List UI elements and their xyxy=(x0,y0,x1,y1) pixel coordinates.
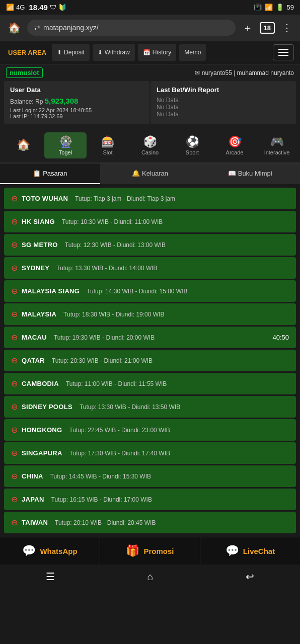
bet-row-left: ⊖ HONGKONG Tutup: 22:45 WIB - Diundi: 23… xyxy=(11,425,170,435)
bet-time: Tutup: 16:15 WIB - Diundi: 17:00 WIB xyxy=(51,496,152,503)
browser-home-button[interactable]: 🏠 xyxy=(5,19,23,37)
cat-label-slot: Slot xyxy=(103,149,113,155)
bet-name: MACAU xyxy=(22,334,47,341)
bet-row-left: ⊖ TAIWAN Tutup: 20:10 WIB - Diundi: 20:4… xyxy=(11,518,156,527)
table-row[interactable]: ⊖ HK SIANG Tutup: 10:30 WIB - Diundi: 11… xyxy=(4,211,296,232)
user-data-card: User Data Balance: Rp 5,923,308 Last Log… xyxy=(4,81,149,124)
sub-tab-pasaran[interactable]: 📋 Pasaran xyxy=(0,164,100,184)
table-row[interactable]: ⊖ SINGAPURA Tutup: 17:30 WIB - Diundi: 1… xyxy=(4,442,296,464)
bet-timer: 40:50 xyxy=(272,334,289,341)
android-home-button[interactable]: ⌂ xyxy=(147,571,153,583)
last-ip: Last IP: 114.79.32.69 xyxy=(10,113,143,119)
table-row[interactable]: ⊖ SIDNEY POOLS Tutup: 13:30 WIB - Diundi… xyxy=(4,396,296,418)
cat-item-home[interactable]: 🏠 xyxy=(2,135,44,155)
cat-item-arcade[interactable]: 🎯 Arcade xyxy=(213,132,256,158)
cat-item-sport[interactable]: ⚽ Sport xyxy=(171,132,213,158)
bet-status-icon: ⊖ xyxy=(11,286,18,296)
table-row[interactable]: ⊖ CAMBODIA Tutup: 11:00 WIB - Diundi: 11… xyxy=(4,373,296,394)
whatsapp-label: WhatsApp xyxy=(40,547,77,555)
url-bar[interactable]: ⇄ matapanjang.xyz/ xyxy=(27,20,236,36)
bet-time: Tutup: 10:30 WIB - Diundi: 11:00 WIB xyxy=(62,218,163,225)
bet-row-left: ⊖ MALAYSIA Tutup: 18:30 WIB - Diundi: 19… xyxy=(11,309,164,319)
whatsapp-button[interactable]: 💬 WhatsApp xyxy=(0,537,100,565)
bet-status-icon: ⊖ xyxy=(11,425,18,435)
android-navigation-bar: ☰ ⌂ ↩ xyxy=(0,565,300,591)
bet-name: SG METRO xyxy=(22,241,58,249)
sub-tab-icon-bukumimpi: 📖 xyxy=(228,170,236,177)
table-row[interactable]: ⊖ JAPAN Tutup: 16:15 WIB - Diundi: 17:00… xyxy=(4,489,296,510)
add-tab-button[interactable]: ＋ xyxy=(240,20,256,36)
site-logo: numuslot xyxy=(6,67,43,78)
android-back-button[interactable]: ↩ xyxy=(246,571,254,583)
bet-time: Tutup: 13.30 WIB - Diundi: 14:00 WIB xyxy=(56,265,157,272)
tab-count-badge[interactable]: 18 xyxy=(260,22,275,34)
bet-name: MALAYSIA xyxy=(22,310,56,318)
bet-name: CHINA xyxy=(22,472,43,480)
bet-status-icon: ⊖ xyxy=(11,240,18,250)
bet-status-icon: ⊖ xyxy=(11,495,18,504)
bet-time: Tutup: 13:30 WIB - Diundi: 13:50 WIB xyxy=(80,404,180,411)
bet-time: Tutup: Tiap 3 jam - Diundi: Tiap 3 jam xyxy=(75,195,175,202)
table-row[interactable]: ⊖ MALAYSIA Tutup: 18:30 WIB - Diundi: 19… xyxy=(4,303,296,325)
status-left: 📶 4G 18.49 🛡 🔰 xyxy=(6,3,66,12)
cat-item-slot[interactable]: 🎰 Slot xyxy=(87,132,129,158)
bet-row-left: ⊖ TOTO WUHAN Tutup: Tiap 3 jam - Diundi:… xyxy=(11,194,175,203)
last-login: Last Login: 22 Apr 2024 18:48:55 xyxy=(10,107,143,113)
android-menu-button[interactable]: ☰ xyxy=(46,571,55,583)
history-icon: 📅 xyxy=(143,49,151,56)
promosi-label: Promosi xyxy=(143,547,174,555)
bet-status-icon: ⊖ xyxy=(11,518,18,527)
table-row[interactable]: ⊖ SG METRO Tutup: 12:30 WIB - Diundi: 13… xyxy=(4,234,296,256)
livechat-label: LiveChat xyxy=(243,547,275,555)
table-row[interactable]: ⊖ MALAYSIA SIANG Tutup: 14:30 WIB - Diun… xyxy=(4,280,296,302)
browser-bar: 🏠 ⇄ matapanjang.xyz/ ＋ 18 ⋮ xyxy=(0,15,300,41)
sub-tab-label-bukumimpi: Buku Mimpi xyxy=(238,170,272,177)
livechat-button[interactable]: 💬 LiveChat xyxy=(200,537,300,565)
bet-time: Tutup: 20:30 WIB - Diundi: 21:00 WIB xyxy=(52,357,153,364)
sub-tab-keluaran[interactable]: 🔔 Keluaran xyxy=(100,164,200,184)
logo-row: numuslot ✉ nuryanto55 | muhammad nuryant… xyxy=(0,64,300,81)
data-panel: User Data Balance: Rp 5,923,308 Last Log… xyxy=(0,81,300,128)
bet-row-left: ⊖ HK SIANG Tutup: 10:30 WIB - Diundi: 11… xyxy=(11,217,163,226)
balance-label: Balance: Rp xyxy=(10,98,43,105)
more-options-button[interactable]: ⋮ xyxy=(279,20,295,36)
balance-line: Balance: Rp 5,923,308 xyxy=(10,97,143,105)
bet-status-icon: ⊖ xyxy=(11,333,18,342)
game-categories: 🏠 🎡 Togel 🎰 Slot 🎲 Casino ⚽ Sport 🎯 Arca… xyxy=(0,128,300,164)
table-row[interactable]: ⊖ MACAU Tutup: 19:30 WIB - Diundi: 20:00… xyxy=(4,327,296,348)
deposit-button[interactable]: ⬆ Deposit xyxy=(52,44,90,61)
bet-time: Tutup: 17:30 WIB - Diundi: 17:40 WIB xyxy=(69,450,170,457)
table-row[interactable]: ⊖ HONGKONG Tutup: 22:45 WIB - Diundi: 23… xyxy=(4,419,296,441)
history-button[interactable]: 📅 History xyxy=(138,44,176,61)
table-row[interactable]: ⊖ SYDNEY Tutup: 13.30 WIB - Diundi: 14:0… xyxy=(4,257,296,279)
cat-item-casino[interactable]: 🎲 Casino xyxy=(129,132,171,158)
bet-status-icon: ⊖ xyxy=(11,309,18,319)
bet-row-left: ⊖ CHINA Tutup: 14:45 WIB - Diundi: 15:30… xyxy=(11,471,151,481)
sub-tab-label-keluaran: Keluaran xyxy=(142,170,168,177)
bet-row-left: ⊖ CAMBODIA Tutup: 11:00 WIB - Diundi: 11… xyxy=(11,379,167,388)
memo-button[interactable]: Memo xyxy=(179,44,206,61)
no-data-3: No Data xyxy=(157,111,290,118)
table-row[interactable]: ⊖ CHINA Tutup: 14:45 WIB - Diundi: 15:30… xyxy=(4,465,296,487)
bet-name: HK SIANG xyxy=(22,218,55,225)
withdraw-button[interactable]: ⬇ Withdraw xyxy=(93,44,135,61)
cat-icon-sport: ⚽ xyxy=(186,135,199,148)
bet-time: Tutup: 20:10 WIB - Diundi: 20:45 WIB xyxy=(55,519,156,526)
vpn-icon: 🔰 xyxy=(58,4,66,11)
bottom-bar: 💬 WhatsApp 🎁 Promosi 💬 LiveChat xyxy=(0,537,300,565)
balance-value: 5,923,308 xyxy=(45,97,79,105)
cat-item-togel[interactable]: 🎡 Togel xyxy=(44,132,87,158)
cat-item-interactive[interactable]: 🎮 Interactive xyxy=(256,132,298,158)
table-row[interactable]: ⊖ TAIWAN Tutup: 20:10 WIB - Diundi: 20:4… xyxy=(4,512,296,533)
no-data-1: No Data xyxy=(157,97,290,104)
hamburger-menu-button[interactable] xyxy=(273,44,294,60)
bet-row-left: ⊖ SG METRO Tutup: 12:30 WIB - Diundi: 13… xyxy=(11,240,166,250)
bet-report-card: Last Bet/Win Report No Data No Data No D… xyxy=(151,81,296,124)
status-right: 📳 📶 🔋 59 xyxy=(254,4,294,11)
table-row[interactable]: ⊖ QATAR Tutup: 20:30 WIB - Diundi: 21:00… xyxy=(4,350,296,371)
bet-status-icon: ⊖ xyxy=(11,356,18,365)
promosi-button[interactable]: 🎁 Promosi xyxy=(100,537,200,565)
bet-status-icon: ⊖ xyxy=(11,402,18,412)
sub-tab-bukumimpi[interactable]: 📖 Buku Mimpi xyxy=(200,164,300,184)
table-row[interactable]: ⊖ TOTO WUHAN Tutup: Tiap 3 jam - Diundi:… xyxy=(4,188,296,209)
